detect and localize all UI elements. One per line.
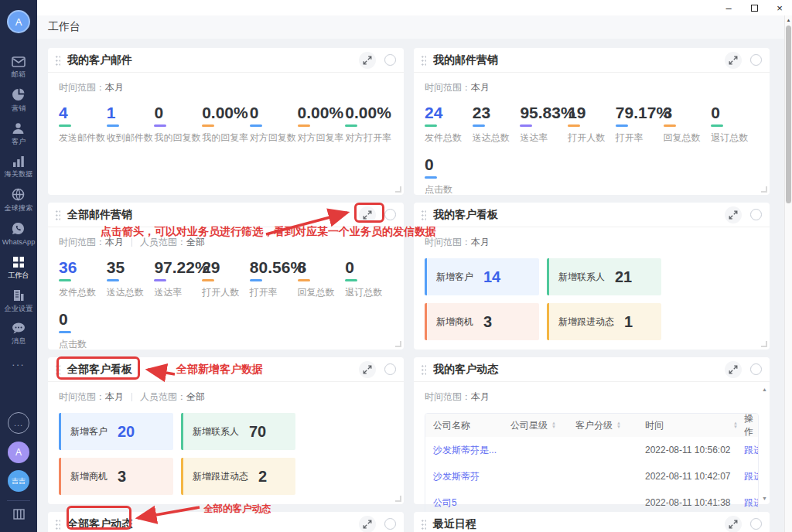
card-header: 我的邮件营销: [414, 48, 770, 73]
drag-handle-icon[interactable]: [55, 210, 60, 220]
col-actions: 操作: [744, 413, 753, 438]
resize-corner[interactable]: [395, 341, 401, 347]
expand-button[interactable]: [359, 52, 376, 69]
resize-corner[interactable]: [761, 186, 767, 193]
resize-corner[interactable]: [395, 496, 401, 502]
expand-button[interactable]: [725, 206, 742, 223]
card-title: 我的客户看板: [433, 208, 498, 222]
expand-button[interactable]: [359, 361, 376, 378]
user-avatar[interactable]: A: [7, 10, 30, 33]
expand-button[interactable]: [359, 516, 376, 532]
card-my-customer-activity: 我的客户动态 时间范围：本月 公司名称 公司星级▲▼: [414, 357, 770, 504]
stats-row: 4发送邮件数 1收到邮件数 0我的回复数 0.00%我的回复率 0对方回复数 0…: [59, 104, 393, 145]
stat-item: 0.00%对方回复率: [298, 104, 346, 145]
refresh-icon[interactable]: [384, 518, 396, 530]
maximize-button[interactable]: [748, 2, 760, 14]
sidebar-item-label: 全球搜索: [5, 203, 33, 211]
drag-handle-icon[interactable]: [55, 519, 60, 530]
sidebar-item-label: 消息: [12, 336, 26, 344]
stat-item: 0点击数: [59, 310, 107, 351]
drag-handle-icon[interactable]: [421, 364, 426, 375]
account-avatar-a[interactable]: A: [8, 442, 29, 463]
expand-button[interactable]: [725, 516, 742, 532]
drag-handle-icon[interactable]: [421, 210, 426, 220]
drag-handle-icon[interactable]: [421, 55, 426, 66]
more-accounts-button[interactable]: ...: [8, 412, 29, 434]
page-scrollbar[interactable]: ▲: [784, 15, 792, 532]
table-row: 沙发斯蒂芬 2022-08-11 10:42:07 跟进邮件: [425, 463, 758, 489]
apps-panel-icon[interactable]: [13, 509, 25, 523]
refresh-icon[interactable]: [384, 54, 396, 66]
follow-up-link[interactable]: 跟进: [744, 470, 759, 483]
sidebar-item-mail[interactable]: 邮箱: [11, 56, 26, 78]
stat-item: 1收到邮件数: [107, 104, 155, 145]
sort-icon[interactable]: ▲▼: [733, 421, 738, 429]
expand-button[interactable]: [725, 361, 742, 378]
workspace-grid-icon: [12, 256, 25, 268]
sidebar-item-whatsapp[interactable]: WhatsApp: [1, 222, 36, 246]
card-title: 全部客户动态: [67, 517, 132, 531]
minimize-button[interactable]: –: [722, 2, 735, 14]
scroll-up-icon[interactable]: ▲: [762, 387, 767, 392]
sort-icon[interactable]: ▲▼: [616, 421, 621, 429]
drag-handle-icon[interactable]: [55, 55, 60, 66]
expand-icon: [729, 56, 738, 65]
company-link[interactable]: 沙发斯蒂芬是...: [433, 445, 497, 455]
company-link[interactable]: 沙发斯蒂芬: [433, 471, 480, 482]
refresh-icon[interactable]: [750, 363, 762, 375]
tile-new-followups: 新增跟进动态2: [181, 458, 295, 495]
sidebar-item-messages[interactable]: 消息: [11, 322, 26, 345]
close-button[interactable]: ×: [773, 2, 786, 14]
follow-up-link[interactable]: 跟进: [744, 496, 759, 510]
table-row: 沙发斯蒂芬是... 2022-08-11 10:56:02 跟进邮件: [425, 437, 758, 463]
refresh-icon[interactable]: [750, 54, 762, 66]
sidebar-item-marketing[interactable]: 营销: [11, 88, 26, 112]
stat-item: 24发件总数: [425, 104, 473, 145]
account-avatar-jiji[interactable]: 吉吉: [8, 470, 29, 492]
expand-icon: [729, 520, 738, 529]
sidebar-item-label: 邮箱: [12, 70, 26, 77]
card-header: 我的客户看板: [414, 203, 770, 227]
bar-chart-icon: [12, 155, 25, 167]
sort-icon[interactable]: ▲▼: [551, 421, 556, 429]
window-controls: – ×: [722, 2, 786, 14]
sidebar-item-workspace[interactable]: 工作台: [7, 256, 30, 279]
tile-new-opportunities: 新增商机3: [59, 458, 173, 495]
tile-new-contacts: 新增联系人70: [181, 413, 295, 450]
refresh-icon[interactable]: [384, 209, 396, 220]
sidebar-item-enterprise-settings[interactable]: 企业设置: [3, 289, 34, 312]
scroll-up-icon[interactable]: ▲: [785, 18, 792, 22]
board-tiles: 新增客户14 新增联系人21 新增商机3 新增跟进动态1: [425, 258, 759, 340]
refresh-icon[interactable]: [750, 209, 762, 220]
scroll-down-icon[interactable]: ▼: [762, 496, 767, 501]
refresh-icon[interactable]: [750, 518, 762, 530]
expand-icon: [363, 210, 372, 220]
sidebar-item-customers[interactable]: 客户: [11, 122, 26, 145]
stat-item: 0.00%我的回复率: [202, 104, 250, 145]
card-all-customer-board: 全部客户看板 时间范围：本月 人员范围：全部 新增客户20 新: [48, 357, 404, 504]
company-link[interactable]: 公司5: [433, 497, 457, 508]
sidebar-more-ellipsis[interactable]: ...: [12, 356, 26, 368]
expand-icon: [363, 520, 372, 529]
expand-button[interactable]: [359, 206, 376, 223]
board-tiles: 新增客户20 新增联系人70 新增商机3 新增跟进动态2: [59, 413, 393, 495]
scrollbar-thumb[interactable]: [786, 26, 791, 203]
refresh-icon[interactable]: [384, 363, 396, 375]
sidebar-item-customs-data[interactable]: 海关数据: [3, 155, 34, 178]
window-titlebar: – ×: [37, 0, 792, 15]
table-header-row: 公司名称 公司星级▲▼ 客户分级▲▼ 时间▲▼ 操作: [425, 414, 758, 437]
resize-corner[interactable]: [761, 341, 767, 347]
resize-corner[interactable]: [395, 186, 401, 193]
follow-up-link[interactable]: 跟进: [744, 444, 759, 457]
drag-handle-icon[interactable]: [421, 519, 426, 530]
mail-icon: [12, 56, 26, 67]
tile-new-customers: 新增客户20: [59, 413, 173, 450]
expand-button[interactable]: [725, 52, 742, 69]
drag-handle-icon[interactable]: [55, 364, 60, 375]
card-title: 全部邮件营销: [67, 208, 132, 222]
sidebar-item-global-search[interactable]: 全球搜索: [3, 188, 34, 212]
card-my-email-marketing: 我的邮件营销 时间范围：本月 24发件总数 23送达总数 95.83%送达率: [414, 48, 770, 195]
card-title: 我的客户邮件: [67, 53, 132, 67]
sidebar-item-label: 企业设置: [5, 304, 33, 312]
chat-bubble-icon: [12, 322, 26, 334]
